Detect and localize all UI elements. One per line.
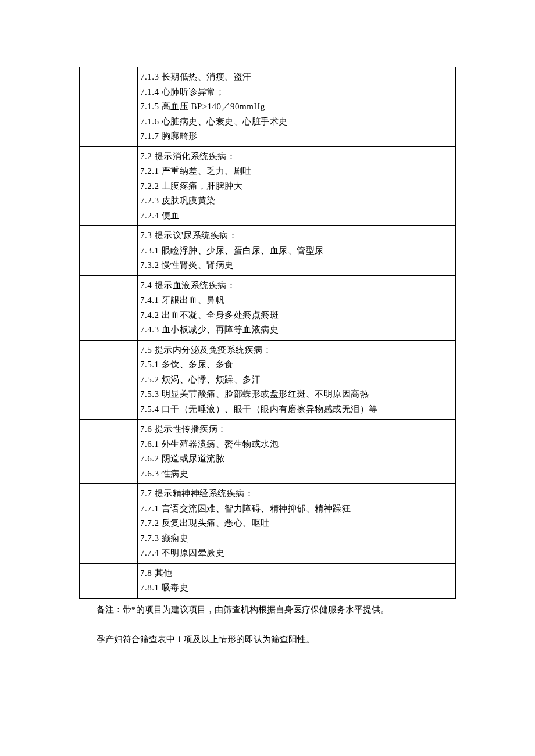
checklist-line: 7.5.2 烦渴、心悸、烦躁、多汗 <box>140 372 453 388</box>
content-cell: 7.7 提示精神神经系统疾病：7.7.1 言语交流困难、智力障碍、精神抑郁、精神… <box>138 484 456 564</box>
checklist-line: 7.7.4 不明原因晕厥史 <box>140 546 453 561</box>
checklist-line: 7.5.1 多饮、多尿、多食 <box>140 357 453 372</box>
checklist-line: 7.3.2 慢性肾炎、肾病史 <box>140 258 453 273</box>
footnote-1: 备注：带*的项目为建议项目，由筛查机构根据自身医疗保健服务水平提供。 <box>79 602 456 618</box>
checklist-line: 7.6.3 性病史 <box>140 467 453 482</box>
checklist-line: 7.1.7 胸廓畸形 <box>140 129 453 144</box>
checklist-line: 7.1.5 高血压 BP≥140／90mmHg <box>140 99 453 114</box>
content-cell: 7.8 其他7.8.1 吸毒史 <box>138 563 456 598</box>
left-label-cell <box>80 226 138 276</box>
checklist-line: 7.4 提示血液系统疾病： <box>140 278 453 293</box>
checklist-line: 7.2.2 上腹疼痛，肝脾肿大 <box>140 179 453 194</box>
checklist-line: 7.3.1 眼睑浮肿、少尿、蛋白尿、血尿、管型尿 <box>140 243 453 259</box>
left-label-cell <box>80 67 138 147</box>
content-cell: 7.4 提示血液系统疾病：7.4.1 牙龈出血、鼻帆7.4.2 出血不凝、全身多… <box>138 275 456 340</box>
checklist-line: 7.4.1 牙龈出血、鼻帆 <box>140 293 453 308</box>
content-cell: 7.5 提示内分泌及免疫系统疾病：7.5.1 多饮、多尿、多食7.5.2 烦渴、… <box>138 340 456 420</box>
content-cell: 7.2 提示消化系统疾病：7.2.1 严重纳差、乏力、剧吐7.2.2 上腹疼痛，… <box>138 146 456 226</box>
left-label-cell <box>80 275 138 340</box>
checklist-line: 7.5.4 口干（无唾液）、眼干（眼内有磨擦异物感或无泪）等 <box>140 402 453 417</box>
checklist-line: 7.7.2 反复出现头痛、恶心、呕吐 <box>140 516 453 531</box>
left-label-cell <box>80 340 138 420</box>
checklist-line: 7.5.3 明显关节酸痛、脸部蝶形或盘形红斑、不明原因高热 <box>140 387 453 402</box>
footnote-2: 孕产妇符合筛查表中 1 项及以上情形的即认为筛查阳性。 <box>79 632 456 647</box>
checklist-line: 7.2 提示消化系统疾病： <box>140 149 453 164</box>
checklist-line: 7.4.3 血小板减少、再障等血液病史 <box>140 323 453 338</box>
checklist-line: 7.7.3 癫痫史 <box>140 531 453 546</box>
content-cell: 7.1.3 长期低热、消瘦、盗汗7.1.4 心肺听诊异常；7.1.5 高血压 B… <box>138 67 456 147</box>
left-label-cell <box>80 420 138 484</box>
checklist-line: 7.5 提示内分泌及免疫系统疾病： <box>140 343 453 358</box>
content-cell: 7.6 提示性传播疾病：7.6.1 外生殖器溃疡、赘生物或水泡7.6.2 阴道或… <box>138 420 456 484</box>
checklist-line: 7.2.3 皮肤巩膜黄染 <box>140 194 453 209</box>
checklist-line: 7.3 提示议'尿系统疾病： <box>140 228 453 243</box>
footnotes: 备注：带*的项目为建议项目，由筛查机构根据自身医疗保健服务水平提供。 孕产妇符合… <box>79 602 456 647</box>
checklist-table: 7.1.3 长期低热、消瘦、盗汗7.1.4 心肺听诊异常；7.1.5 高血压 B… <box>79 67 456 599</box>
checklist-line: 7.7.1 言语交流困难、智力障碍、精神抑郁、精神躁狂 <box>140 501 453 517</box>
checklist-line: 7.4.2 出血不凝、全身多处瘀点瘀斑 <box>140 308 453 323</box>
content-cell: 7.3 提示议'尿系统疾病：7.3.1 眼睑浮肿、少尿、蛋白尿、血尿、管型尿7.… <box>138 226 456 276</box>
checklist-line: 7.8 其他 <box>140 566 453 581</box>
checklist-line: 7.7 提示精神神经系统疾病： <box>140 486 453 501</box>
checklist-line: 7.2.1 严重纳差、乏力、剧吐 <box>140 164 453 179</box>
checklist-line: 7.2.4 便血 <box>140 209 453 224</box>
checklist-line: 7.6.2 阴道或尿道流脓 <box>140 452 453 467</box>
checklist-line: 7.1.3 长期低热、消瘦、盗汗 <box>140 70 453 85</box>
left-label-cell <box>80 484 138 564</box>
left-label-cell <box>80 563 138 598</box>
checklist-line: 7.6.1 外生殖器溃疡、赘生物或水泡 <box>140 437 453 452</box>
checklist-line: 7.1.6 心脏病史、心衰史、心脏手术史 <box>140 114 453 130</box>
checklist-line: 7.6 提示性传播疾病： <box>140 422 453 437</box>
checklist-line: 7.8.1 吸毒史 <box>140 581 453 596</box>
left-label-cell <box>80 146 138 226</box>
checklist-line: 7.1.4 心肺听诊异常； <box>140 85 453 100</box>
